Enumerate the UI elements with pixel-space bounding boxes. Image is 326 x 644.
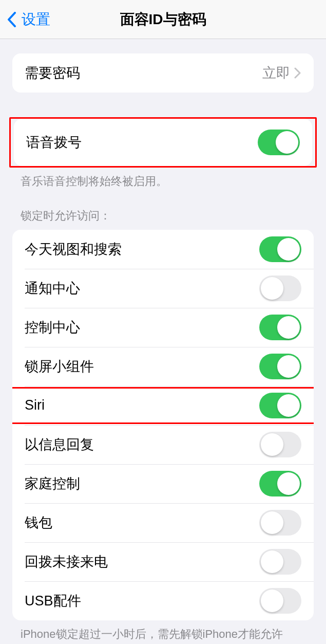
highlight-voice-dial: 语音拨号 — [9, 117, 317, 168]
lock-access-label: 通知中心 — [25, 279, 80, 298]
lock-access-toggle[interactable] — [259, 510, 301, 536]
lock-access-footer: iPhone锁定超过一小时后，需先解锁iPhone才能允许USB配件连接。 — [0, 620, 326, 644]
lock-access-row: 锁屏小组件 — [12, 347, 314, 386]
lock-access-header: 锁定时允许访问： — [0, 190, 326, 230]
voice-dial-footer: 音乐语音控制将始终被启用。 — [0, 168, 326, 190]
page-title: 面容ID与密码 — [120, 10, 206, 29]
lock-access-label: 家庭控制 — [25, 474, 80, 493]
lock-access-label: USB配件 — [25, 592, 81, 610]
lock-access-label: 今天视图和搜索 — [25, 240, 122, 259]
lock-access-row: 今天视图和搜索 — [12, 230, 314, 269]
lock-access-toggle[interactable] — [259, 549, 301, 575]
lock-access-label: 锁屏小组件 — [25, 357, 94, 376]
lock-access-label: 回拨未接来电 — [25, 553, 108, 571]
require-passcode-group: 需要密码 立即 — [12, 53, 314, 93]
voice-dial-label: 语音拨号 — [26, 133, 82, 152]
lock-access-label: 以信息回复 — [25, 435, 94, 454]
lock-access-toggle[interactable] — [259, 432, 301, 457]
navigation-bar: 设置 面容ID与密码 — [0, 0, 326, 39]
lock-access-label: Siri — [25, 397, 45, 413]
lock-access-row: 钱包 — [12, 503, 314, 542]
lock-access-row: 通知中心 — [12, 269, 314, 308]
back-button[interactable]: 设置 — [0, 10, 50, 29]
chevron-left-icon — [7, 12, 16, 27]
require-passcode-label: 需要密码 — [25, 64, 80, 82]
lock-access-label: 控制中心 — [25, 318, 80, 337]
voice-dial-row: 语音拨号 — [14, 119, 312, 166]
lock-access-row: 以信息回复 — [12, 425, 314, 464]
require-passcode-row[interactable]: 需要密码 立即 — [12, 53, 314, 93]
require-passcode-value: 立即 — [262, 64, 290, 82]
back-label: 设置 — [22, 10, 50, 29]
lock-access-toggle[interactable] — [259, 393, 301, 418]
lock-access-row: 回拨未接来电 — [12, 542, 314, 581]
chevron-right-icon — [294, 67, 301, 79]
lock-access-toggle[interactable] — [259, 275, 301, 301]
lock-access-toggle[interactable] — [259, 588, 301, 614]
lock-access-toggle[interactable] — [259, 354, 301, 379]
voice-dial-toggle[interactable] — [258, 130, 300, 155]
lock-access-label: 钱包 — [25, 513, 52, 532]
lock-access-group: 今天视图和搜索通知中心控制中心锁屏小组件Siri以信息回复家庭控制钱包回拨未接来… — [12, 230, 314, 620]
lock-access-toggle[interactable] — [259, 236, 301, 262]
lock-access-toggle[interactable] — [259, 315, 301, 340]
voice-dial-group: 语音拨号 — [14, 119, 312, 166]
lock-access-row: 控制中心 — [12, 308, 314, 347]
lock-access-row: 家庭控制 — [12, 464, 314, 503]
lock-access-row: Siri — [12, 386, 314, 425]
lock-access-toggle[interactable] — [259, 471, 301, 496]
lock-access-row: USB配件 — [12, 581, 314, 620]
